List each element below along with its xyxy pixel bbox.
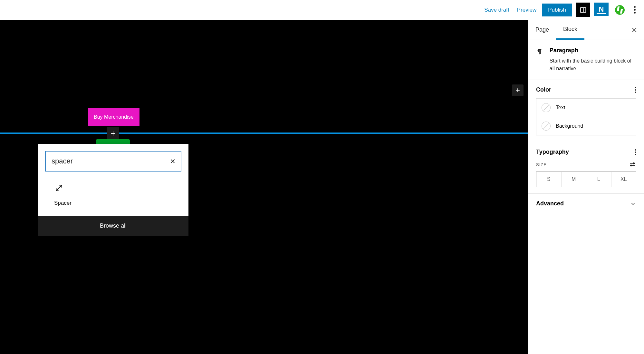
text-color-button[interactable]: Text [536,99,636,117]
inserter-search-field [45,151,181,172]
save-draft-link[interactable]: Save draft [482,4,511,16]
typography-panel-header[interactable]: Typography [536,149,636,155]
typography-panel: Typography SIZE S M L XL [528,142,644,193]
font-size-m[interactable]: M [561,172,586,187]
color-swatch-none-icon [542,103,551,112]
font-size-s[interactable]: S [536,172,561,187]
more-options-button[interactable] [631,6,639,14]
browse-all-button[interactable]: Browse all [38,216,188,236]
color-panel-header[interactable]: Color [536,86,636,93]
block-insertion-indicator [0,133,528,134]
svg-point-14 [630,165,632,166]
block-inserter-popover: Spacer Browse all [38,144,188,236]
color-swatch-none-icon [542,122,551,131]
close-icon [169,158,176,165]
font-size-xl[interactable]: XL [611,172,636,187]
color-panel-more-icon [635,87,636,93]
paragraph-icon [536,47,543,56]
close-sidebar-button[interactable] [628,27,641,33]
inline-inserter-button[interactable] [107,127,119,140]
advanced-panel-toggle[interactable]: Advanced [536,200,636,207]
editor-main: Buy Merchandise [0,20,644,354]
spacer-icon [54,183,64,193]
svg-point-12 [633,163,634,164]
size-label: SIZE [536,162,547,167]
inserter-search-input[interactable] [52,157,163,165]
buy-merchandise-button[interactable]: Buy Merchandise [88,108,139,126]
typography-panel-more-icon [635,149,636,155]
svg-line-8 [56,185,62,191]
preview-link[interactable]: Preview [515,4,538,16]
font-size-l[interactable]: L [586,172,611,187]
add-block-button[interactable] [512,84,524,96]
close-icon [631,27,638,33]
publish-button[interactable]: Publish [542,4,572,16]
chevron-down-icon [630,201,636,207]
settings-sidebar: Page Block Paragraph Start with the basi… [528,20,644,354]
theme-n-button[interactable]: N [594,3,609,17]
jetpack-icon [615,5,625,15]
n-icon: N [599,6,604,13]
tab-block[interactable]: Block [556,20,584,40]
jetpack-button[interactable] [612,3,627,17]
block-info-section: Paragraph Start with the basic building … [528,40,644,80]
plus-icon [110,130,117,137]
advanced-panel: Advanced [528,193,644,213]
block-title: Paragraph [550,47,636,54]
color-panel: Color Text Background [528,80,644,142]
clear-search-button[interactable] [169,158,176,165]
background-color-button[interactable]: Background [536,117,636,135]
block-description: Start with the basic building block of a… [550,57,636,73]
svg-rect-0 [580,7,586,12]
inserter-result-spacer[interactable]: Spacer [38,176,83,216]
plus-icon [514,87,521,93]
sidebar-tabs: Page Block [528,20,644,40]
sliders-icon[interactable] [629,161,636,168]
tab-page[interactable]: Page [528,20,556,40]
editor-topbar: Save draft Preview Publish N [0,0,644,20]
sidebar-panel-icon [580,6,587,14]
font-size-segmented-control: S M L XL [536,172,636,187]
inserter-result-label: Spacer [54,200,72,206]
editor-canvas[interactable]: Buy Merchandise [0,20,528,354]
settings-toggle-button[interactable] [576,3,590,17]
